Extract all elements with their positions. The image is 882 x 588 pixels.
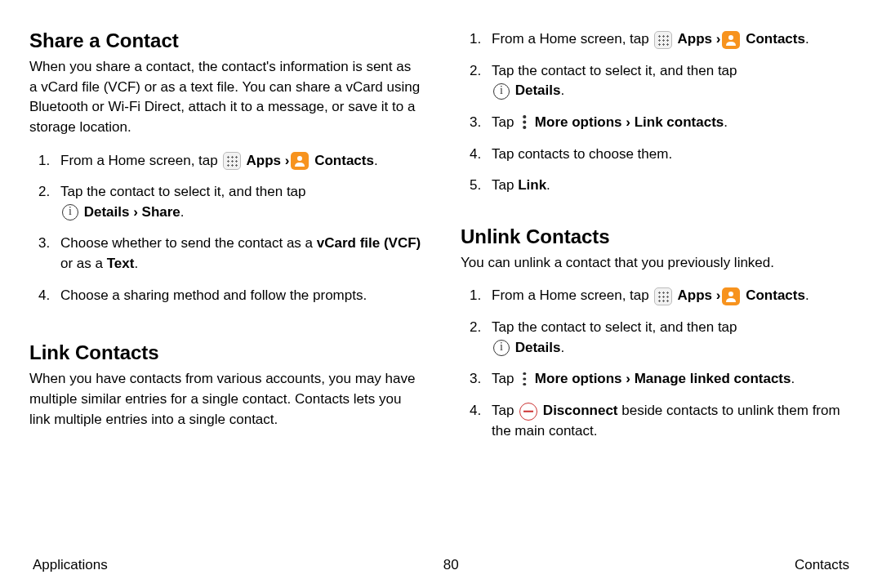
disconnect-icon xyxy=(519,403,537,421)
link-step-1: From a Home screen, tap Apps › Contacts. xyxy=(485,29,853,50)
unlink-intro: You can unlink a contact that you previo… xyxy=(461,253,853,274)
heading-share-contact: Share a Contact xyxy=(29,29,421,52)
footer-page-number: 80 xyxy=(443,557,459,573)
left-column: Share a Contact When you share a contact… xyxy=(29,29,421,539)
heading-link-contacts: Link Contacts xyxy=(29,341,421,364)
info-icon xyxy=(493,83,510,100)
apps-icon xyxy=(223,152,241,170)
heading-unlink-contacts: Unlink Contacts xyxy=(461,225,853,248)
link-intro: When you have contacts from various acco… xyxy=(29,369,421,430)
share-intro: When you share a contact, the contact's … xyxy=(29,57,421,138)
more-options-icon xyxy=(519,114,529,131)
link-step-4: Tap contacts to choose them. xyxy=(485,145,853,165)
link-steps: From a Home screen, tap Apps › Contacts.… xyxy=(461,29,853,207)
svg-point-2 xyxy=(728,292,733,296)
share-step-2: Tap the contact to select it, and then t… xyxy=(54,182,421,222)
share-steps: From a Home screen, tap Apps › Contacts.… xyxy=(29,151,421,318)
svg-point-1 xyxy=(728,35,733,40)
unlink-step-1: From a Home screen, tap Apps › Contacts. xyxy=(485,286,853,306)
contacts-icon xyxy=(291,152,309,170)
info-icon xyxy=(62,204,78,220)
share-step-1: From a Home screen, tap Apps › Contacts. xyxy=(54,151,421,172)
page-footer: Applications 80 Contacts xyxy=(0,557,882,573)
link-step-3: Tap More options › Link contacts. xyxy=(485,113,853,133)
unlink-step-3: Tap More options › Manage linked contact… xyxy=(485,369,853,390)
apps-icon xyxy=(654,31,672,49)
footer-left: Applications xyxy=(33,557,108,573)
share-step-4: Choose a sharing method and follow the p… xyxy=(54,286,421,306)
unlink-step-2: Tap the contact to select it, and then t… xyxy=(485,318,853,358)
more-options-icon xyxy=(519,372,529,388)
unlink-step-4: Tap Disconnect beside contacts to unlink… xyxy=(485,401,853,441)
svg-point-0 xyxy=(297,156,302,161)
contacts-icon xyxy=(722,287,740,305)
right-column: From a Home screen, tap Apps › Contacts.… xyxy=(461,29,853,539)
share-step-3: Choose whether to send the contact as a … xyxy=(54,234,421,274)
link-step-5: Tap Link. xyxy=(485,176,853,196)
info-icon xyxy=(493,340,510,356)
unlink-steps: From a Home screen, tap Apps › Contacts.… xyxy=(461,286,853,452)
link-step-2: Tap the contact to select it, and then t… xyxy=(485,61,853,101)
footer-right: Contacts xyxy=(795,557,849,573)
contacts-icon xyxy=(722,31,740,49)
apps-icon xyxy=(654,287,672,305)
